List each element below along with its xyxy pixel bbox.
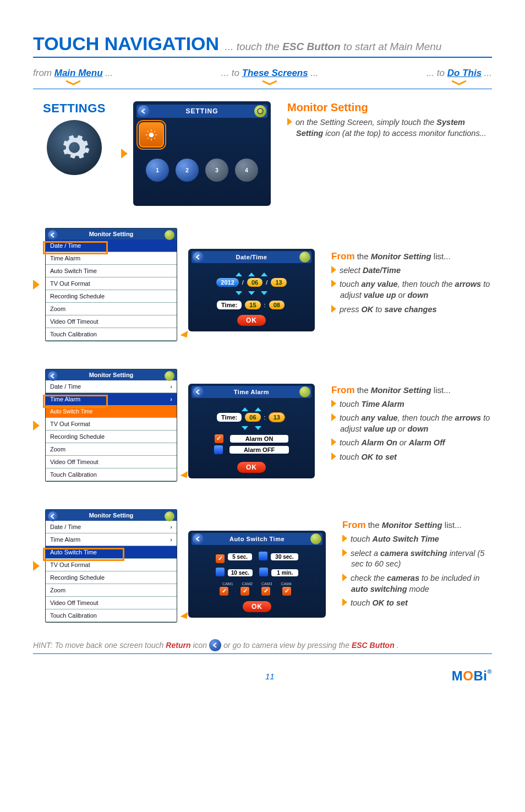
cam3-icon[interactable]: 3 — [205, 159, 228, 182]
checkbox-icon[interactable] — [259, 552, 267, 560]
alarm-off-row[interactable]: Alarm OFF — [192, 445, 311, 454]
monitor-setting-list[interactable]: Monitor Setting Date / Time› Time Alarm›… — [45, 369, 177, 482]
arrow-down-icon[interactable] — [261, 291, 267, 295]
arrow-up-icon[interactable] — [236, 273, 242, 276]
settings-gear-icon[interactable] — [47, 120, 102, 175]
info-icon[interactable] — [165, 371, 174, 381]
list-item[interactable]: Date / Time› — [46, 380, 177, 393]
monitor-setting-list[interactable]: Monitor Setting Date / Time› Time Alarm›… — [45, 509, 177, 623]
minute-value[interactable]: 08 — [269, 301, 285, 309]
system-setting-button[interactable] — [139, 122, 164, 148]
interval-1min[interactable]: 1 min. — [271, 569, 298, 576]
arrow-down-icon[interactable] — [242, 426, 248, 430]
page-number: 11 — [265, 672, 275, 681]
arrow-up-icon[interactable] — [261, 273, 267, 276]
cam2-checkbox[interactable]: ✓ — [240, 587, 249, 596]
alarm-on-label: Alarm ON — [230, 435, 289, 443]
cam1-checkbox[interactable]: ✓ — [220, 587, 228, 596]
back-icon[interactable] — [48, 230, 58, 240]
t: down — [408, 291, 429, 299]
list-item[interactable]: Touch Calibration — [46, 609, 177, 622]
info-icon[interactable] — [165, 230, 174, 240]
list-item[interactable]: Zoom — [46, 303, 177, 315]
hour-valueښganzen[interactable]: 15 — [245, 301, 260, 309]
cam-label: CAM1 — [222, 582, 233, 586]
arrow-up-icon[interactable] — [242, 407, 248, 411]
cam3-checkbox[interactable]: ✓ — [261, 587, 270, 596]
auto-switch-screen[interactable]: Auto Switch Time ✓5 sec. 30 sec. 10 sec.… — [188, 531, 326, 618]
list-item[interactable]: Video Off Timeout — [46, 597, 177, 609]
bullet-icon — [331, 266, 336, 274]
arrow-down-icon[interactable] — [236, 291, 242, 295]
list-item[interactable]: Time Alarm› — [46, 533, 177, 546]
checkbox-icon[interactable]: ✓ — [215, 434, 223, 443]
back-icon[interactable] — [48, 371, 58, 381]
list-item[interactable]: Auto Switch Time — [46, 265, 177, 277]
cam1-icon[interactable]: 1 — [146, 159, 169, 182]
list-item[interactable]: Recording Schedule — [46, 571, 177, 584]
back-icon[interactable] — [193, 533, 204, 544]
info-icon[interactable] — [299, 252, 310, 263]
alarm-minute[interactable]: 13 — [269, 413, 285, 422]
t: touch — [340, 280, 362, 288]
list-item[interactable]: Video Off Timeout — [46, 456, 177, 468]
checkbox-icon[interactable]: ✓ — [216, 554, 225, 563]
list-item[interactable]: Recording Schedule — [46, 290, 177, 303]
list-item[interactable]: Touch Calibration — [46, 328, 177, 341]
list-item[interactable]: Zoom — [46, 584, 177, 597]
arrow-up-icon[interactable] — [255, 407, 261, 411]
back-icon[interactable] — [193, 386, 204, 397]
interval-5sec[interactable]: 5 sec. — [228, 553, 252, 560]
back-icon[interactable] — [193, 252, 204, 263]
date-time-screen[interactable]: Date/Time 2012 / 06 / 13 Time: 15 : 08 O… — [188, 249, 315, 331]
list-item[interactable]: TV Out Format — [46, 277, 177, 290]
interval-30sec[interactable]: 30 sec. — [271, 553, 298, 560]
list-item[interactable]: Zoom — [46, 443, 177, 456]
month-value[interactable]: 06 — [247, 278, 262, 287]
year-value[interactable]: 2012 — [216, 278, 238, 287]
chevron-right-icon: › — [170, 242, 172, 249]
alarm-hour[interactable]: 06 — [245, 413, 260, 422]
checkbox-icon[interactable] — [259, 568, 268, 576]
setting-screen[interactable]: SETTING 1 2 3 4 — [133, 101, 271, 206]
interval-10sec[interactable]: 10 sec. — [228, 569, 253, 576]
list-item[interactable]: Date / Time› — [46, 521, 177, 533]
arrow-up-icon[interactable] — [248, 273, 255, 276]
arrow-down-icon[interactable] — [248, 291, 255, 295]
hint-pre: HINT: To move back one screen touch — [33, 641, 163, 650]
cam4-icon[interactable]: 4 — [235, 159, 258, 182]
info-icon[interactable] — [165, 511, 174, 521]
step: select Date/Time — [331, 265, 492, 276]
arrow-down-icon[interactable] — [255, 426, 261, 430]
info-icon[interactable] — [299, 386, 310, 397]
cam-label: CAM3 — [261, 582, 272, 586]
arrow-right-icon — [33, 421, 40, 430]
t: select — [340, 266, 363, 275]
t: any value — [362, 280, 398, 288]
list-item[interactable]: TV Out Format — [46, 418, 177, 430]
ok-button[interactable]: OK — [243, 601, 271, 612]
title-rule — [33, 57, 492, 58]
hint-mid1: icon — [193, 641, 207, 650]
ok-button[interactable]: OK — [237, 462, 266, 473]
subtitle-post: to start at Main Menu — [341, 41, 442, 52]
cam2-icon[interactable]: 2 — [176, 159, 199, 182]
back-icon[interactable] — [138, 105, 150, 117]
step: touch any value, then touch the arrows t… — [331, 413, 492, 434]
info-icon[interactable] — [254, 105, 266, 117]
time-alarm-screen[interactable]: Time Alarm Time: 06 : 13 ✓Alarm ON Alarm… — [188, 384, 315, 478]
cam4-checkbox[interactable]: ✓ — [282, 587, 291, 596]
checkbox-icon[interactable] — [214, 445, 223, 454]
ok-button[interactable]: OK — [237, 315, 266, 326]
list-item[interactable]: Recording Schedule — [46, 430, 177, 443]
list-item[interactable]: Video Off Timeout — [46, 315, 177, 328]
back-icon[interactable] — [48, 511, 58, 521]
t: Alarm Off — [409, 438, 445, 447]
t: Time Alarm — [362, 400, 404, 408]
info-icon[interactable] — [310, 533, 321, 544]
list-item[interactable]: Touch Calibration — [46, 468, 177, 481]
checkbox-icon[interactable] — [216, 568, 225, 576]
day-value[interactable]: 13 — [271, 278, 286, 287]
alarm-on-row[interactable]: ✓Alarm ON — [192, 434, 311, 443]
list-item-label: Zoom — [50, 446, 65, 453]
